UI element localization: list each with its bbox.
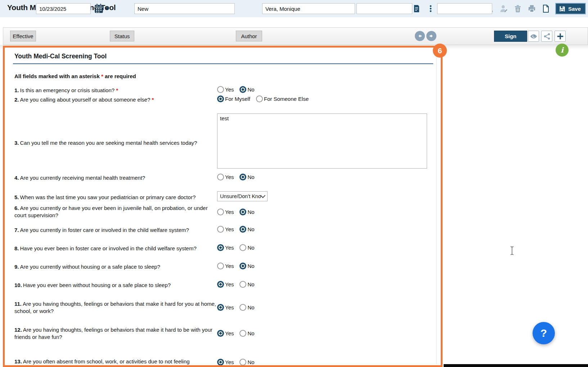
radio-unchecked-icon[interactable]: [217, 174, 224, 180]
radio-option[interactable]: Yes: [217, 244, 234, 251]
reason-textarea[interactable]: test: [217, 113, 427, 169]
extra-input-1[interactable]: [356, 3, 412, 14]
question-label: 9.Are you currently without housing or a…: [14, 263, 220, 270]
save-label: Save: [568, 6, 581, 12]
radio-checked-icon[interactable]: [217, 304, 224, 311]
help-button[interactable]: ?: [533, 322, 555, 344]
calendar-icon[interactable]: [94, 3, 109, 14]
radio-option[interactable]: Yes: [217, 359, 234, 366]
radio-option[interactable]: For Someone Else: [256, 95, 309, 102]
radio-checked-icon[interactable]: [239, 174, 246, 180]
radio-option[interactable]: Yes: [217, 281, 234, 288]
sign-button[interactable]: Sign: [494, 31, 527, 42]
radio-option[interactable]: No: [239, 359, 254, 366]
next-button[interactable]: [426, 31, 436, 41]
radio-group: YesNo: [217, 86, 255, 93]
radio-checked-icon[interactable]: [217, 330, 224, 337]
delete-icon[interactable]: [513, 4, 522, 13]
edit-patient-icon[interactable]: [499, 4, 508, 13]
radio-unchecked-icon[interactable]: [217, 263, 224, 269]
question-text: Are you calling about yourself or about …: [20, 97, 151, 103]
radio-group: YesNo: [217, 330, 255, 337]
radio-unchecked-icon[interactable]: [217, 209, 224, 215]
radio-option[interactable]: Yes: [217, 226, 234, 233]
radio-option[interactable]: Yes: [217, 209, 234, 215]
radio-group: YesNo: [217, 226, 255, 233]
radio-option-label: No: [247, 281, 254, 287]
radio-unchecked-icon[interactable]: [239, 304, 246, 311]
radio-unchecked-icon[interactable]: [239, 359, 246, 366]
radio-option[interactable]: No: [239, 209, 254, 215]
radio-option-label: Yes: [225, 281, 234, 287]
calendar-dropdown-icon[interactable]: [105, 7, 109, 10]
radio-option[interactable]: Yes: [217, 86, 234, 93]
radio-checked-icon[interactable]: [217, 244, 224, 251]
radio-checked-icon[interactable]: [239, 209, 246, 215]
question-text: Are you currently in foster care or invo…: [20, 227, 189, 233]
radio-option-label: Yes: [225, 245, 234, 251]
radio-checked-icon[interactable]: [217, 281, 224, 288]
form-section-title: Youth Medi-Cal Screening Tool: [14, 53, 107, 60]
share-button[interactable]: [541, 31, 552, 42]
radio-option-label: No: [247, 174, 254, 180]
radio-option[interactable]: No: [239, 281, 254, 288]
document-icon[interactable]: [412, 4, 421, 13]
app-window: Youth Medi-Cal Screening Tool GoTo: [0, 0, 588, 367]
radio-option-label: Yes: [225, 174, 234, 180]
question-number: 11.: [14, 301, 22, 307]
question-text: Have you ever been in foster care or inv…: [20, 245, 197, 251]
radio-option[interactable]: No: [239, 86, 254, 93]
status-input[interactable]: [134, 3, 235, 14]
question-label: 5.When was the last time you saw your pe…: [14, 194, 220, 201]
radio-group: YesNo: [217, 209, 255, 215]
radio-option[interactable]: No: [239, 330, 254, 337]
radio-option[interactable]: No: [239, 174, 254, 180]
extra-input-2[interactable]: [437, 3, 492, 14]
more-options-icon[interactable]: [426, 4, 435, 13]
question-text: Are you currently receiving mental healt…: [20, 175, 145, 181]
radio-checked-icon[interactable]: [239, 263, 246, 269]
question-number: 3.: [14, 140, 19, 146]
radio-option[interactable]: No: [239, 304, 254, 311]
radio-unchecked-icon[interactable]: [217, 226, 224, 233]
question-text: Are you having thoughts, feelings or beh…: [14, 327, 212, 340]
blank-document-icon[interactable]: [541, 4, 551, 13]
question-label: 4.Are you currently receiving mental hea…: [14, 174, 220, 182]
save-button[interactable]: Save: [555, 3, 586, 14]
question-text: Are you currently without housing or a s…: [20, 264, 160, 270]
radio-option[interactable]: No: [239, 263, 254, 269]
radio-option-label: No: [247, 209, 254, 215]
question-label: 12.Are you having thoughts, feelings or …: [14, 326, 220, 341]
author-input[interactable]: [262, 3, 355, 14]
radio-option[interactable]: No: [239, 244, 254, 251]
required-note-suffix: are required: [103, 73, 136, 79]
radio-option[interactable]: No: [239, 226, 254, 233]
last-doctor-visit-select[interactable]: Unsure/Don't Know: [217, 191, 268, 201]
question-label: 13.Are you often absent from school, wor…: [14, 358, 220, 365]
radio-option[interactable]: Yes: [217, 330, 234, 337]
radio-unchecked-icon[interactable]: [239, 244, 246, 251]
radio-unchecked-icon[interactable]: [217, 86, 224, 93]
radio-checked-icon[interactable]: [217, 95, 224, 102]
required-fields-note: All fields marked with an asterisk * are…: [14, 73, 136, 79]
previous-button[interactable]: [415, 31, 425, 41]
text-cursor: [510, 246, 515, 257]
print-icon[interactable]: [527, 4, 537, 13]
radio-option[interactable]: Yes: [217, 174, 234, 180]
view-button[interactable]: [528, 31, 539, 42]
radio-unchecked-icon[interactable]: [239, 330, 246, 337]
required-asterisk: *: [152, 97, 154, 103]
add-button[interactable]: [555, 31, 566, 42]
radio-option-label: Yes: [225, 330, 234, 336]
info-icon[interactable]: i: [556, 44, 569, 57]
radio-unchecked-icon[interactable]: [239, 281, 246, 288]
radio-option-label: Yes: [225, 359, 234, 365]
effective-date-input[interactable]: [36, 3, 91, 14]
radio-option[interactable]: For Myself: [217, 95, 250, 102]
radio-checked-icon[interactable]: [239, 226, 246, 233]
radio-option[interactable]: Yes: [217, 304, 234, 311]
radio-checked-icon[interactable]: [217, 359, 224, 366]
radio-option[interactable]: Yes: [217, 263, 234, 269]
radio-checked-icon[interactable]: [239, 86, 246, 93]
radio-unchecked-icon[interactable]: [256, 95, 263, 102]
